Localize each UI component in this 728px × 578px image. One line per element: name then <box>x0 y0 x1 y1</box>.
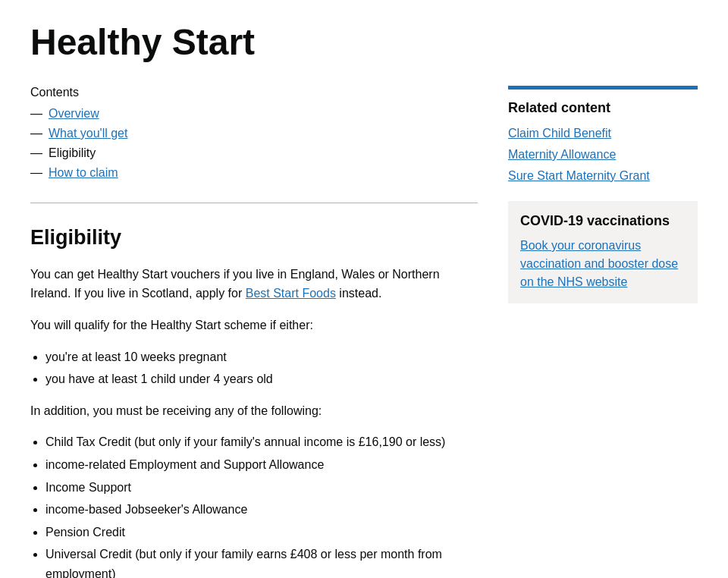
contents-item-eligibility: — Eligibility <box>30 146 478 160</box>
dash-icon: — <box>30 127 42 140</box>
contents-link-overview[interactable]: Overview <box>49 107 99 121</box>
benefit-item-5: Pension Credit <box>46 523 478 542</box>
covid-link-paragraph[interactable]: Book your coronavirus vaccination and bo… <box>520 237 686 291</box>
section-divider <box>30 203 478 203</box>
covid-box: COVID-19 vaccinations Book your coronavi… <box>508 201 698 303</box>
contents-item-claim[interactable]: — How to claim <box>30 166 478 180</box>
benefit-item-1: Child Tax Credit (but only if your famil… <box>46 432 478 452</box>
contents-text-eligibility: Eligibility <box>49 146 96 160</box>
contents-label: Contents <box>30 86 478 99</box>
addition-intro: In addition, you must be receiving any o… <box>30 401 478 421</box>
related-link-sure-start[interactable]: Sure Start Maternity Grant <box>508 169 650 182</box>
benefit-item-4: income-based Jobseeker's Allowance <box>46 500 478 520</box>
related-link-item-2[interactable]: Maternity Allowance <box>508 148 698 162</box>
intro-text-1-end: instead. <box>336 287 381 300</box>
dash-icon: — <box>30 107 42 121</box>
contents-item-overview[interactable]: — Overview <box>30 107 478 121</box>
dash-icon: — <box>30 166 42 180</box>
intro-paragraph-1: You can get Healthy Start vouchers if yo… <box>30 265 478 303</box>
main-content: Contents — Overview — What you'll get — … <box>30 86 478 578</box>
benefit-item-2: income-related Employment and Support Al… <box>46 455 478 475</box>
page-title: Healthy Start <box>30 23 698 63</box>
related-link-claim-child-benefit[interactable]: Claim Child Benefit <box>508 127 611 140</box>
benefit-item-3: Income Support <box>46 478 478 498</box>
dash-icon: — <box>30 146 42 160</box>
covid-title: COVID-19 vaccinations <box>520 213 686 229</box>
section-heading: Eligibility <box>30 226 478 250</box>
related-content-box: Related content Claim Child Benefit Mate… <box>508 86 698 183</box>
covid-vaccination-link[interactable]: Book your coronavirus vaccination and bo… <box>520 239 678 288</box>
related-link-item-3[interactable]: Sure Start Maternity Grant <box>508 169 698 183</box>
best-start-foods-link[interactable]: Best Start Foods <box>246 287 336 300</box>
contents-box: Contents — Overview — What you'll get — … <box>30 86 478 180</box>
benefits-list: Child Tax Credit (but only if your famil… <box>30 432 478 578</box>
contents-list: — Overview — What you'll get — Eligibili… <box>30 107 478 180</box>
related-link-item-1[interactable]: Claim Child Benefit <box>508 127 698 140</box>
related-content-title: Related content <box>508 100 698 116</box>
contents-item-what[interactable]: — What you'll get <box>30 127 478 140</box>
qualify-list: you're at least 10 weeks pregnant you ha… <box>30 347 478 389</box>
related-link-maternity-allowance[interactable]: Maternity Allowance <box>508 148 616 161</box>
sidebar: Related content Claim Child Benefit Mate… <box>508 86 698 303</box>
intro-paragraph-2: You will qualify for the Healthy Start s… <box>30 316 478 335</box>
related-links-list: Claim Child Benefit Maternity Allowance … <box>508 127 698 183</box>
contents-link-what[interactable]: What you'll get <box>49 127 127 140</box>
contents-link-claim[interactable]: How to claim <box>49 166 118 180</box>
qualify-item-2: you have at least 1 child under 4 years … <box>46 369 478 389</box>
benefit-item-6: Universal Credit (but only if your famil… <box>46 545 478 578</box>
qualify-item-1: you're at least 10 weeks pregnant <box>46 347 478 367</box>
